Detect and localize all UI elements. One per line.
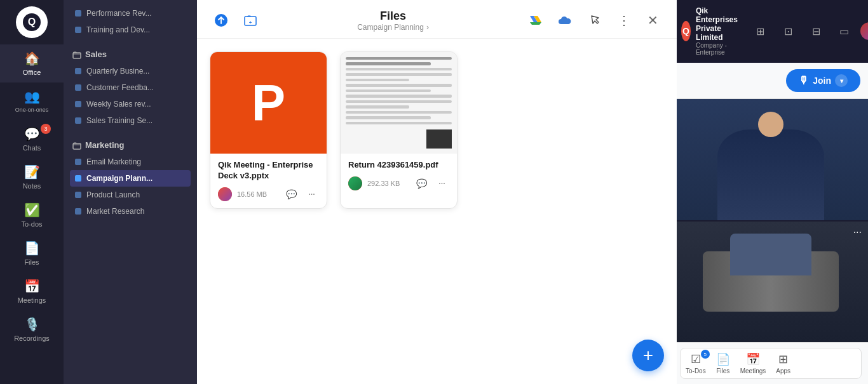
- google-drive-icon: [529, 14, 542, 27]
- sidebar-label-recordings: Recordings: [14, 334, 50, 342]
- file-meta-pptx: 16.56 MB 💬 ···: [218, 187, 319, 202]
- channel-label: Product Launch: [86, 190, 140, 199]
- modal-title-section: Files Campaign Planning ›: [262, 10, 524, 32]
- toolbar-icons: 5 ☑ To-Dos 📄 Files 📅 Meetings ⊞ Apps: [680, 348, 862, 379]
- new-folder-button[interactable]: +: [239, 9, 262, 32]
- channel-item-campaign[interactable]: Campaign Plann...: [70, 170, 191, 187]
- channel-section-marketing-header[interactable]: Marketing: [70, 136, 191, 154]
- file-name-pptx: Qik Meeting - Enterprise Deck v3.pptx: [218, 160, 319, 182]
- channel-label: Weekly Sales rev...: [86, 100, 151, 109]
- pdf-preview: [341, 52, 457, 154]
- channel-item-performance[interactable]: Performance Rev...: [70, 5, 191, 22]
- channel-section-sales-header[interactable]: Sales: [70, 46, 191, 63]
- channel-icon: [75, 68, 81, 74]
- channel-item-email[interactable]: Email Marketing: [70, 154, 191, 170]
- sidebar-item-recordings[interactable]: 🎙️ Recordings: [0, 310, 64, 348]
- folder-icon: [72, 141, 81, 150]
- sidebar: Q 🏠 Office 👥 One-on-ones 💬 Chats 3 📝 Not…: [0, 0, 64, 384]
- channel-item-weekly[interactable]: Weekly Sales rev...: [70, 96, 191, 112]
- join-button[interactable]: 🎙 Join ▾: [786, 69, 860, 92]
- view-toggle-4[interactable]: ▭: [832, 20, 855, 43]
- chats-icon: 💬: [24, 126, 40, 142]
- file-card-pdf[interactable]: Return 4239361459.pdf 292.33 KB 💬 ···: [340, 51, 458, 209]
- modal-breadcrumb: Campaign Planning ›: [357, 23, 429, 32]
- join-label: Join: [813, 76, 831, 86]
- channel-item-market-research[interactable]: Market Research: [70, 203, 191, 220]
- pdf-qr-code: [426, 129, 452, 149]
- channel-icon: [75, 117, 81, 124]
- office-icon: 🏠: [24, 51, 40, 66]
- toolbar-apps[interactable]: ⊞ Apps: [776, 352, 790, 374]
- call-toolbar: 5 ☑ To-Dos 📄 Files 📅 Meetings ⊞ Apps: [674, 342, 868, 384]
- car-top: [730, 234, 812, 276]
- file-name-pdf: Return 4239361459.pdf: [348, 160, 449, 171]
- sidebar-item-meetings[interactable]: 📅 Meetings: [0, 272, 64, 310]
- sidebar-item-todos[interactable]: ✅ To-dos: [0, 196, 64, 234]
- sidebar-item-files[interactable]: 📄 Files: [0, 234, 64, 272]
- google-drive-button[interactable]: [524, 9, 547, 32]
- channel-icon: [75, 27, 81, 33]
- company-avatar: Q: [681, 21, 691, 41]
- company-subtitle: Company - Enterprise: [696, 42, 749, 56]
- toolbar-todos[interactable]: 5 ☑ To-Dos: [686, 352, 706, 374]
- file-card-pptx[interactable]: P Qik Meeting - Enterprise Deck v3.pptx …: [210, 51, 327, 209]
- new-folder-icon: +: [243, 13, 257, 27]
- toolbar-files[interactable]: 📄 Files: [716, 352, 730, 374]
- upload-button[interactable]: [210, 9, 233, 32]
- breadcrumb-text: Campaign Planning: [357, 23, 424, 32]
- channel-label: Training and Dev...: [86, 25, 150, 34]
- user-avatar-img: [860, 22, 868, 40]
- icloud-button[interactable]: [553, 9, 576, 32]
- channel-item-training[interactable]: Training and Dev...: [70, 22, 191, 38]
- comment-button-pdf[interactable]: 💬: [414, 176, 429, 191]
- channel-icon: [75, 208, 81, 215]
- todos-icon: ✅: [24, 202, 40, 218]
- pptx-thumbnail: P: [210, 52, 327, 154]
- marketing-section-label: Marketing: [85, 140, 124, 150]
- channel-icon: [75, 175, 81, 182]
- more-button-pdf[interactable]: ···: [434, 176, 449, 191]
- channel-item-product-launch[interactable]: Product Launch: [70, 187, 191, 203]
- channel-item-customer[interactable]: Customer Feedba...: [70, 79, 191, 96]
- pptx-icon: P: [210, 52, 327, 154]
- company-name: Qik Enterprises Private Limited: [696, 6, 749, 42]
- channel-item-sales-training[interactable]: Sales Training Se...: [70, 112, 191, 129]
- sidebar-item-notes[interactable]: 📝 Notes: [0, 158, 64, 196]
- more-options-button[interactable]: ⋮: [612, 9, 635, 32]
- view-toggle-3[interactable]: ⊟: [804, 20, 827, 43]
- video-tile-olivia: Olivia ···: [674, 99, 868, 220]
- sidebar-label-chats: Chats: [23, 144, 41, 152]
- more-button-pptx[interactable]: ···: [304, 187, 319, 202]
- one-on-ones-icon: 👥: [24, 89, 40, 104]
- toolbar-meetings[interactable]: 📅 Meetings: [740, 352, 766, 374]
- user-avatar[interactable]: [860, 22, 868, 40]
- sidebar-label-files: Files: [24, 258, 39, 266]
- channel-icon: [75, 101, 81, 107]
- microphone-icon: 🎙: [799, 75, 809, 86]
- view-toggle-2[interactable]: ⊡: [776, 20, 799, 43]
- svg-rect-3: [73, 143, 81, 149]
- sidebar-item-office[interactable]: 🏠 Office: [0, 44, 64, 83]
- car-shape: [703, 251, 839, 312]
- apps-toolbar-icon: ⊞: [778, 352, 788, 366]
- video-area: Olivia ··· ···: [674, 99, 868, 342]
- breadcrumb-chevron: ›: [426, 23, 429, 32]
- fab-add-button[interactable]: +: [632, 340, 664, 371]
- video-options-2[interactable]: ···: [853, 227, 862, 238]
- close-modal-button[interactable]: ✕: [641, 9, 664, 32]
- modal-header-actions: ⋮ ✕: [524, 9, 664, 32]
- cursor-button[interactable]: [583, 9, 606, 32]
- video-tile-2: ···: [674, 222, 868, 343]
- view-toggle-1[interactable]: ⊞: [749, 20, 771, 43]
- sidebar-item-one-on-ones[interactable]: 👥 One-on-ones: [0, 83, 64, 120]
- sidebar-label-todos: To-dos: [21, 220, 42, 228]
- modal-title: Files: [380, 10, 406, 23]
- sidebar-item-chats[interactable]: 💬 Chats 3: [0, 120, 64, 158]
- channel-item-quarterly[interactable]: Quarterly Busine...: [70, 63, 191, 79]
- avatar-img-pptx: [218, 187, 232, 201]
- todos-toolbar-label: To-Dos: [686, 367, 706, 374]
- join-bar: 🎙 Join ▾: [674, 63, 868, 99]
- company-text: Qik Enterprises Private Limited Company …: [696, 6, 749, 56]
- comment-button-pptx[interactable]: 💬: [283, 187, 299, 202]
- files-toolbar-label: Files: [716, 367, 729, 374]
